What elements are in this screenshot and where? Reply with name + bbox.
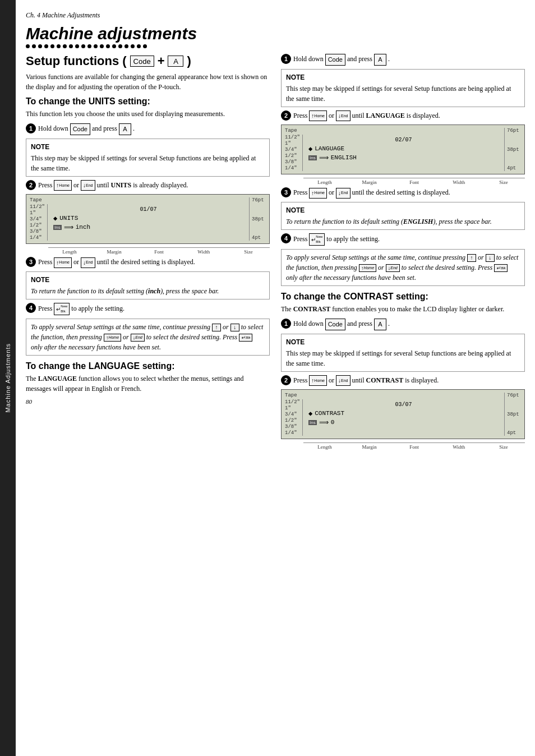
lcd2-row2: Ins ⟹ ENGLISH: [308, 154, 499, 162]
step3-down-key[interactable]: ↓End: [81, 257, 95, 268]
contrast-step1-a-key[interactable]: A: [374, 319, 386, 330]
contrast-step2-until: until: [352, 376, 365, 384]
right-note4-dn[interactable]: ↓: [486, 254, 495, 262]
units-description: This function lets you choose the units …: [26, 109, 270, 119]
lcd2-page: 02/07: [308, 137, 499, 143]
lcd3-bottom-labels: Length Margin Font Width Size: [303, 442, 525, 450]
step3-or: or: [73, 258, 79, 266]
step3-up-key[interactable]: ↑Home: [54, 257, 72, 268]
lcd1-row2: Ins ⟹ inch: [53, 223, 243, 232]
right-note1-label: NOTE: [286, 72, 520, 82]
right-step1: 1 Hold down Code and press A .: [281, 54, 525, 66]
contrast-step2-bold: CONTRAST: [366, 376, 404, 384]
right-note3-label: NOTE: [286, 205, 520, 215]
right-note4-up[interactable]: ↑: [467, 254, 476, 262]
right-step3-rest: until the desired setting is displayed.: [352, 188, 450, 196]
note4-dn-key[interactable]: ↓: [230, 324, 239, 331]
lcd1-tape-label: Tape: [30, 197, 48, 203]
note4-home-key[interactable]: ↑Home: [104, 334, 121, 342]
right-column: 1 Hold down Code and press A . NOTE This…: [281, 54, 525, 745]
left-column: Setup functions ( Code + A ) Various fun…: [26, 54, 270, 745]
contrast-note1-label: NOTE: [286, 337, 520, 347]
contrast-step2-down-key[interactable]: ↓End: [336, 375, 350, 386]
setup-close-paren: ): [187, 54, 191, 68]
contrast-step1-and: and press: [347, 320, 372, 328]
contrast-step2-or: or: [329, 376, 334, 384]
code-key[interactable]: Code: [130, 56, 154, 67]
right-step1-code-key[interactable]: Code: [325, 54, 345, 66]
right-step4-content: Press ↵NewBlk to apply the setting.: [293, 233, 525, 246]
lcd-display-3: Tape 11/2" 1" 3/4" 1/2" 3/8" 1/4" 03/07: [281, 389, 525, 439]
lcd2-sizes: 11/2" 1" 3/4" 1/2" 3/8" 1/4": [285, 135, 303, 171]
step2-down-key[interactable]: ↓End: [81, 180, 95, 191]
right-step3-circle: 3: [281, 187, 291, 197]
note4-end-key[interactable]: ↓End: [131, 334, 145, 342]
right-step1-circle: 1: [281, 54, 291, 64]
note1-text: This step may be skipped if settings for…: [31, 153, 265, 173]
setup-open-paren: (: [122, 54, 126, 68]
dotted-line: [26, 44, 525, 48]
contrast-desc2: function enables you to make the LCD dis…: [332, 305, 504, 313]
lcd1-center: 01/07 ◆ UNITS Ins ⟹ inch: [50, 197, 247, 241]
lcd3-row2: Ins ⟹ 0: [308, 418, 499, 427]
setup-plus: +: [158, 54, 165, 68]
contrast-step2-circle: 2: [281, 375, 291, 385]
lcd1-row1: ◆ UNITS: [53, 214, 243, 223]
right-step2-until: until: [352, 112, 365, 119]
language-heading: To change the LANGUAGE setting:: [26, 361, 270, 371]
right-step2-up-key[interactable]: ↑Home: [309, 110, 327, 121]
step2-up-key[interactable]: ↑Home: [54, 180, 72, 191]
right-step2-content: Press ↑Home or ↓End until LANGUAGE is di…: [293, 110, 525, 122]
right-step2-down-key[interactable]: ↓End: [336, 110, 350, 121]
right-step1-and: and press: [347, 55, 372, 63]
note4-up-key[interactable]: ↑: [212, 324, 221, 331]
step4-enter-key[interactable]: ↵NewBlk: [54, 303, 70, 315]
right-step3-down-key[interactable]: ↓End: [336, 188, 350, 199]
step3-press: Press: [38, 258, 52, 266]
contrast-step2-content: Press ↑Home or ↓End until CONTRAST is di…: [293, 375, 525, 386]
step1-a-key[interactable]: A: [119, 123, 131, 135]
contrast-step1-code-key[interactable]: Code: [325, 319, 345, 330]
right-step3-up-key[interactable]: ↑Home: [309, 188, 327, 199]
right-note4-home[interactable]: ↑Home: [359, 264, 376, 272]
page-title: Machine adjustments: [26, 24, 525, 43]
step2-until: until: [97, 181, 109, 189]
step3-content: Press ↑Home or ↓End until the desired se…: [38, 257, 270, 268]
page-wrapper: Machine Adjustments Ch. 4 Machine Adjust…: [0, 0, 535, 756]
right-note3-text: To return the function to its default se…: [286, 216, 520, 227]
step2-or: or: [73, 181, 79, 189]
right-step4-enter-key[interactable]: ↵NewBlk: [309, 233, 325, 246]
contrast-step2: 2 Press ↑Home or ↓End until CONTRAST is …: [281, 375, 525, 386]
units-step3: 3 Press ↑Home or ↓End until the desired …: [26, 257, 270, 268]
right-step1-content: Hold down Code and press A .: [293, 54, 525, 66]
a-key[interactable]: A: [168, 56, 183, 67]
step1-content: Hold down Code and press A .: [38, 123, 270, 135]
lcd-display-1: Tape 11/2" 1" 3/4" 1/2" 3/8" 1/4" 01/07: [26, 194, 270, 244]
units-step1: 1 Hold down Code and press A .: [26, 123, 270, 135]
contrast-step2-up-key[interactable]: ↑Home: [309, 375, 327, 386]
right-step2: 2 Press ↑Home or ↓End until LANGUAGE is …: [281, 110, 525, 122]
contrast-heading: To change the CONTRAST setting:: [281, 292, 525, 302]
setup-intro-text: Various functions are available for chan…: [26, 72, 270, 92]
right-note4-enter[interactable]: ↵Blk: [494, 264, 508, 272]
right-note4: To apply several Setup settings at the s…: [281, 249, 525, 286]
setup-functions-label: Setup functions: [26, 54, 119, 68]
note3-label: NOTE: [31, 275, 265, 285]
note4-enter-key[interactable]: ↵Blk: [239, 334, 252, 342]
right-note4-end[interactable]: ↓End: [386, 264, 400, 272]
chapter-header: Ch. 4 Machine Adjustments: [26, 11, 525, 20]
step1-code-key[interactable]: Code: [70, 123, 90, 135]
step4-press: Press: [38, 305, 52, 312]
contrast-step1-text: Hold down: [293, 320, 324, 328]
right-step1-a-key[interactable]: A: [374, 54, 386, 66]
step2-rest: is already displayed.: [133, 181, 188, 189]
contrast-step2-rest: is displayed.: [405, 376, 439, 384]
units-step4: 4 Press ↵NewBlk to apply the setting.: [26, 303, 270, 315]
right-note4-text: To apply several Setup settings at the s…: [286, 252, 520, 283]
right-step1-text: Hold down: [293, 55, 324, 63]
contrast-step1: 1 Hold down Code and press A .: [281, 319, 525, 330]
step1-circle: 1: [26, 123, 36, 133]
lcd3-right: 76pt 38pt 4pt: [504, 393, 521, 436]
side-tab: Machine Adjustments: [0, 0, 16, 756]
right-note1: NOTE This step may be skipped if setting…: [281, 69, 525, 107]
